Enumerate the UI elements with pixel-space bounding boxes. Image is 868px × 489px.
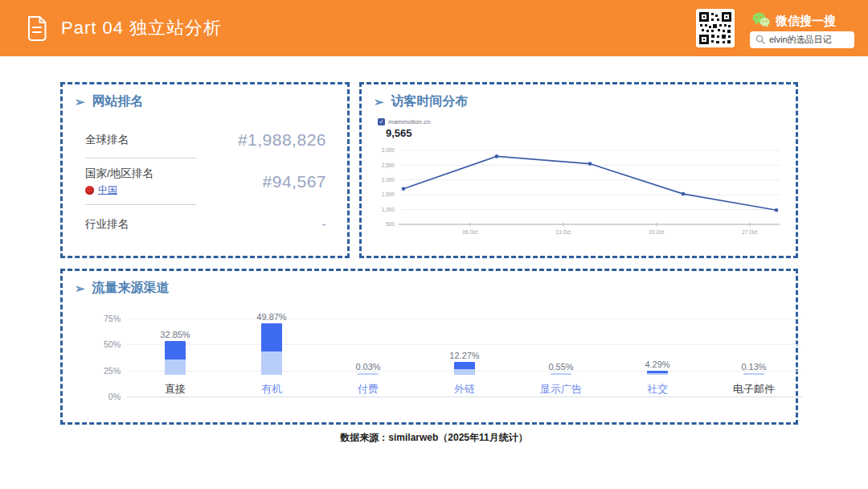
visitors-line-chart: 5001,0001,5002,0002,5003,00006 Oct13 Oct… <box>371 142 791 240</box>
channel-bar <box>743 373 764 375</box>
data-source-note: 数据来源：similarweb（2025年11月统计） <box>0 431 868 445</box>
y-axis-tick-label: 50% <box>90 339 121 349</box>
bar-value-label: 4.29% <box>645 360 669 369</box>
ranking-title-text: 网站排名 <box>92 93 144 110</box>
channel-category-label[interactable]: 付费 <box>358 382 379 397</box>
channel-column: 12.27% 外链 <box>416 318 513 397</box>
channel-column: 0.13% 电子邮件 <box>706 318 802 397</box>
svg-text:06 Oct: 06 Oct <box>462 229 477 235</box>
rank-label: 全球排名 <box>85 133 196 147</box>
channel-column: 4.29% 社交 <box>609 318 706 397</box>
rank-row-industry: 行业排名 - <box>85 205 326 244</box>
channel-category-label[interactable]: 有机 <box>261 382 282 397</box>
channel-category-label[interactable]: 显示广告 <box>540 382 582 397</box>
channel-category-label[interactable]: 外链 <box>454 382 475 397</box>
channel-category-label: 直接 <box>165 382 186 397</box>
slide: Part 04 独立站分析 <box>0 0 868 489</box>
channel-column: 0.03% 付费 <box>320 318 416 397</box>
search-icon <box>755 33 765 47</box>
search-input[interactable]: elvin的选品日记 <box>750 31 854 48</box>
visitors-panel-title: ➢ 访客时间分布 <box>362 84 796 110</box>
y-axis-tick-label: 0% <box>90 392 121 401</box>
qr-code <box>696 9 735 47</box>
page-title: Part 04 独立站分析 <box>61 0 222 56</box>
y-axis-tick-label: 75% <box>90 314 121 323</box>
china-flag-icon <box>85 186 94 195</box>
svg-text:2,500: 2,500 <box>382 162 395 168</box>
rank-row-country: 国家/地区排名 中国 #94,567 <box>85 158 326 205</box>
rank-label: 行业排名 <box>85 217 196 232</box>
channel-category-label: 电子邮件 <box>733 382 775 397</box>
channels-panel-title: ➢ 流量来源渠道 <box>63 271 796 297</box>
rank-value: #1,988,826 <box>196 130 326 150</box>
panel-visitor-time: ➢ 访客时间分布 ✓ mammotion.cn 9,565 5001,0001,… <box>359 82 798 258</box>
svg-text:1,500: 1,500 <box>382 191 395 197</box>
search-value: elvin的选品日记 <box>769 34 832 46</box>
wechat-icon <box>752 12 770 31</box>
bar-value-label: 12.27% <box>449 351 479 360</box>
visitors-title-text: 访客时间分布 <box>391 93 469 110</box>
svg-text:500: 500 <box>386 221 395 227</box>
visitors-total: 9,565 <box>386 127 412 139</box>
legend-checkbox[interactable]: ✓ <box>378 118 385 125</box>
bar-value-label: 0.55% <box>548 362 573 372</box>
rank-row-global: 全球排名 #1,988,826 <box>85 121 326 158</box>
bar-value-label: 32.85% <box>160 330 190 339</box>
channel-column: 0.55% 显示广告 <box>513 318 609 397</box>
chart-legend: ✓ mammotion.cn <box>378 118 430 125</box>
rank-value: #94,567 <box>196 172 326 191</box>
ranking-table: 全球排名 #1,988,826 国家/地区排名 中国 #94,567 行业排名 <box>85 121 326 244</box>
panel-traffic-channels: ➢ 流量来源渠道 0%25%50%75% 32.85% 直接 49.87% 有机… <box>60 269 798 425</box>
svg-text:13 Oct: 13 Oct <box>555 229 571 235</box>
channel-column: 49.87% 有机 <box>223 318 320 397</box>
channel-bar <box>358 373 379 375</box>
header-bar: Part 04 独立站分析 <box>0 0 868 56</box>
channel-bar <box>551 373 571 375</box>
channel-bar <box>647 371 668 376</box>
channel-bar <box>165 341 186 376</box>
channels-bar-chart: 0%25%50%75% 32.85% 直接 49.87% 有机 0.03% 付费… <box>127 318 802 397</box>
country-link[interactable]: 中国 <box>98 183 117 197</box>
arrow-bullet-icon: ➢ <box>374 95 384 109</box>
channels-title-text: 流量来源渠道 <box>92 280 170 297</box>
bar-value-label: 49.87% <box>256 312 286 322</box>
svg-text:2,000: 2,000 <box>382 177 395 183</box>
wechat-search-label: 微信搜一搜 <box>776 14 836 29</box>
svg-text:1,000: 1,000 <box>382 207 395 212</box>
channel-column: 32.85% 直接 <box>127 318 223 397</box>
legend-series-name: mammotion.cn <box>388 118 430 125</box>
arrow-bullet-icon: ➢ <box>75 281 85 296</box>
bar-value-label: 0.13% <box>741 362 766 372</box>
rank-label: 国家/地区排名 <box>85 166 196 181</box>
panel-site-ranking: ➢ 网站排名 全球排名 #1,988,826 国家/地区排名 中国 #94,56… <box>60 82 350 258</box>
svg-text:3,000: 3,000 <box>382 147 395 153</box>
channel-category-label[interactable]: 社交 <box>647 382 668 397</box>
channel-bar <box>261 323 282 376</box>
svg-text:20 Oct: 20 Oct <box>649 229 664 235</box>
ranking-panel-title: ➢ 网站排名 <box>63 84 347 110</box>
bar-chart-columns: 32.85% 直接 49.87% 有机 0.03% 付费 12.27% 外链 0… <box>127 318 802 397</box>
rank-value: - <box>196 217 326 232</box>
bar-value-label: 0.03% <box>355 362 380 372</box>
wechat-search-brand: 微信搜一搜 <box>752 12 836 31</box>
svg-text:27 Oct: 27 Oct <box>742 229 757 235</box>
gridline <box>127 397 802 397</box>
arrow-bullet-icon: ➢ <box>75 95 85 109</box>
y-axis-tick-label: 25% <box>90 366 121 376</box>
document-icon <box>25 15 48 45</box>
channel-bar <box>454 362 475 375</box>
